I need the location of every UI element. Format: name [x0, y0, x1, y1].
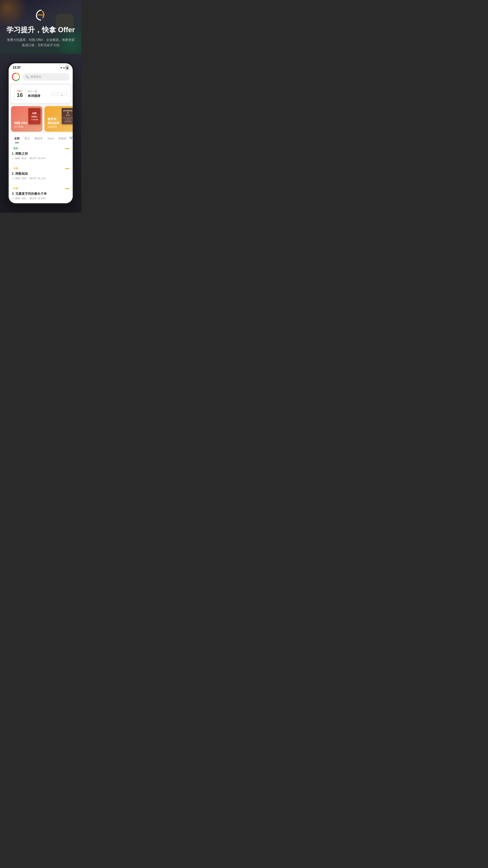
dot-11 — [59, 94, 60, 96]
tab-bar: 全部 算法 数据库 Shell 多线程 — [9, 133, 73, 143]
problem-2-check-icon: ✓ — [12, 177, 14, 180]
problem-list: 简单 1. 两数之和 ✓ 解题 8525 | 通过率 49.57% — [9, 143, 73, 203]
filter-icon[interactable] — [69, 136, 73, 141]
tab-algorithm[interactable]: 算法 — [22, 135, 32, 142]
card-interview[interactable]: 程序员面试金典 （第6版） CRACKING THE CODING INTERV… — [44, 106, 73, 132]
problem-3-title: 3. 无重复字符的最长子串 — [12, 192, 69, 196]
problem-2-pass-rate: 39.11% — [38, 177, 46, 180]
problem-item-2[interactable]: 中等 2. 两数相加 ✓ 解题 4394 | 通过率 39.11% — [12, 163, 69, 183]
problem-1-difficulty: 简单 — [12, 147, 20, 151]
dot-14 — [66, 94, 67, 96]
date-day: 16 — [17, 92, 23, 98]
avatar[interactable]: LC — [12, 73, 20, 81]
problem-2-pass-label: 通过率 — [30, 177, 36, 180]
signal-icon: ◂ — [63, 66, 64, 69]
problem-2-solved-label: 解题 — [15, 177, 20, 180]
problem-1-check-icon: ✓ — [12, 157, 14, 160]
battery-icon: ▮ — [66, 66, 69, 69]
dot-5 — [61, 92, 63, 94]
daily-label: 每日一题 — [28, 90, 49, 93]
problem-1-indicator — [65, 148, 69, 149]
problem-1-solved-label: 解题 — [15, 157, 20, 160]
problem-2-indicator — [65, 168, 69, 169]
card-offer[interactable]: 剑指 Offer 企业面试题 剑指 Offer 官方授权 — [11, 106, 42, 132]
problem-1-meta: ✓ 解题 8525 | 通过率 49.57% — [12, 157, 69, 160]
status-bar: 13:37 ▾ ◂ ▮ — [9, 63, 73, 71]
dot-13 — [63, 94, 65, 96]
tab-database[interactable]: 数据库 — [32, 135, 45, 142]
problem-1-pass-label: 通过率 — [30, 157, 36, 160]
phone-screen: 13:37 ▾ ◂ ▮ LC 🔍 搜索题目 — [9, 63, 73, 204]
meta-divider-3: | — [28, 197, 28, 200]
problem-2-solved-count: 4394 — [21, 177, 27, 180]
wifi-icon: ▾ — [61, 66, 62, 69]
hero-subtitle: 免费力扣题库、剑指 Offer、企业精选，海量资源装进口袋，无时无处不力扣 — [4, 37, 77, 48]
daily-info: 每日一题 单词规律 — [28, 90, 49, 98]
search-bar[interactable]: 🔍 搜索题目 — [22, 73, 69, 81]
dot-3 — [56, 92, 58, 94]
dot-7 — [66, 92, 67, 94]
hero-title: 学习提升，快拿 Offer — [4, 26, 77, 34]
problem-3-check-icon: ✓ — [12, 197, 14, 200]
dot-10 — [56, 94, 58, 96]
search-icon: 🔍 — [26, 75, 29, 79]
problem-item-1[interactable]: 简单 1. 两数之和 ✓ 解题 8525 | 通过率 49.57% — [12, 143, 69, 163]
phone-mockup: 13:37 ▾ ◂ ▮ LC 🔍 搜索题目 — [7, 62, 74, 205]
dot-6 — [63, 92, 65, 94]
problem-3-pass-rate: 35.99% — [38, 197, 46, 200]
daily-title: 单词规律 — [28, 94, 49, 98]
problem-3-solved-label: 解题 — [15, 197, 20, 200]
meta-divider-1: | — [28, 157, 28, 160]
dot-8 — [52, 94, 53, 96]
status-time: 13:37 — [12, 66, 21, 69]
dot-1 — [52, 92, 53, 94]
problem-3-difficulty: 中等 — [12, 187, 20, 191]
date-month: DEC — [17, 90, 23, 92]
tab-multithread[interactable]: 多线程 — [56, 135, 69, 142]
problem-3-header: 中等 — [12, 187, 69, 191]
leetcode-logo-icon — [34, 8, 47, 22]
book-offer: 剑指 Offer 企业面试题 — [28, 108, 40, 124]
problem-3-meta: ✓ 解题 4351 | 通过率 35.99% — [12, 197, 69, 200]
daily-challenge-card[interactable]: DEC 16 每日一题 单词规律 — [11, 85, 70, 103]
category-cards: 剑指 Offer 企业面试题 剑指 Offer 官方授权 程序员面试金典 （第6… — [9, 104, 73, 133]
tab-all[interactable]: 全部 — [12, 135, 22, 142]
logo-container — [4, 8, 77, 22]
dot-9 — [54, 94, 55, 96]
card-interview-subtitle: 独家授权 — [47, 125, 73, 129]
meta-divider-2: | — [28, 177, 28, 180]
tab-shell[interactable]: Shell — [45, 136, 56, 141]
problem-3-solved-count: 4351 — [21, 197, 27, 200]
hero-section: 学习提升，快拿 Offer 免费力扣题库、剑指 Offer、企业精选，海量资源装… — [0, 0, 82, 54]
status-icons: ▾ ◂ ▮ — [61, 66, 69, 69]
date-box: DEC 16 — [14, 88, 25, 100]
problem-item-3[interactable]: 中等 3. 无重复字符的最长子串 ✓ 解题 4351 | 通过率 35.99% — [12, 183, 69, 203]
problem-1-pass-rate: 49.57% — [38, 157, 46, 160]
problem-1-solved-count: 8525 — [21, 157, 27, 160]
problem-1-title: 1. 两数之和 — [12, 152, 69, 156]
dot-12-active — [61, 94, 63, 96]
problem-2-meta: ✓ 解题 4394 | 通过率 39.11% — [12, 177, 69, 180]
daily-dots — [52, 92, 67, 96]
problem-2-header: 中等 — [12, 166, 69, 170]
problem-2-difficulty: 中等 — [12, 166, 20, 170]
dot-4 — [59, 92, 60, 94]
problem-3-indicator — [65, 188, 69, 189]
app-header: LC 🔍 搜索题目 — [9, 71, 73, 83]
dot-2 — [54, 92, 55, 94]
search-placeholder-text: 搜索题目 — [30, 75, 41, 79]
problem-2-title: 2. 两数相加 — [12, 172, 69, 176]
card-offer-subtitle: 官方授权 — [14, 125, 39, 129]
problem-3-pass-label: 通过率 — [30, 197, 36, 200]
book-interview: 程序员面试金典 （第6版） CRACKING THE CODING INTERV… — [62, 108, 73, 124]
problem-1-header: 简单 — [12, 147, 69, 151]
